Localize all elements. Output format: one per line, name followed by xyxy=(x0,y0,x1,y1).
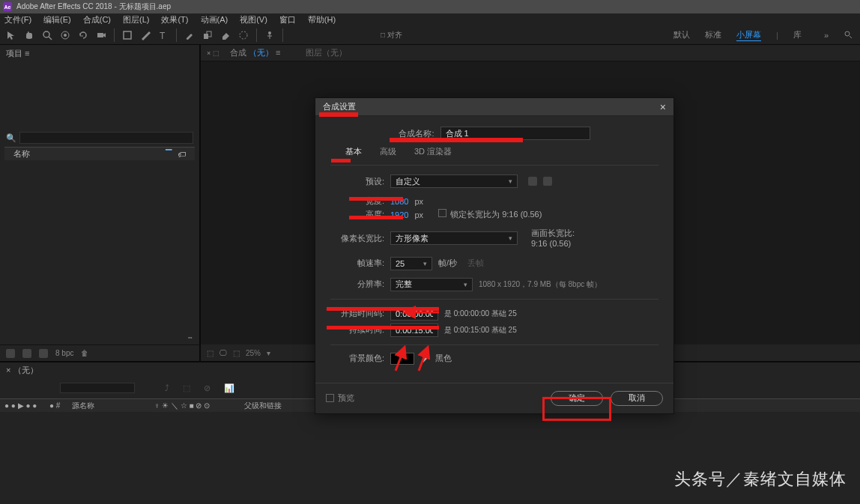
project-column-header[interactable]: 名称 ▔ 🏷 xyxy=(4,147,195,160)
menu-file[interactable]: 文件(F) xyxy=(4,14,31,25)
duration-input[interactable] xyxy=(390,324,438,337)
bg-color-swatch[interactable] xyxy=(390,353,414,365)
roto-tool-icon[interactable] xyxy=(238,30,249,40)
svg-line-14 xyxy=(850,36,852,38)
panel-menu-icon[interactable]: ┅ xyxy=(188,334,192,341)
workspace-default[interactable]: 默认 xyxy=(673,29,690,40)
zoom-tool-icon[interactable] xyxy=(42,30,52,40)
interpret-footage-icon[interactable] xyxy=(6,349,15,358)
shy-icon[interactable]: ⤴ xyxy=(165,383,169,393)
menubar: 文件(F) 编辑(E) 合成(C) 图层(L) 效果(T) 动画(A) 视图(V… xyxy=(0,13,860,25)
new-folder-icon[interactable] xyxy=(22,349,31,358)
ok-button[interactable]: 确定 xyxy=(551,391,603,406)
svg-point-9 xyxy=(240,31,247,39)
height-label: 高度: xyxy=(330,209,384,220)
project-panel: 项目 ≡ 🔍 名称 ▔ 🏷 ┅ xyxy=(0,45,201,344)
frame-blend-icon[interactable]: ⬚ xyxy=(183,383,190,393)
duration-info: 是 0:00:15:00 基础 25 xyxy=(444,325,517,336)
shape-tool-icon[interactable] xyxy=(122,30,133,40)
workspace-standard[interactable]: 标准 xyxy=(705,29,721,40)
type-tool-icon[interactable]: T xyxy=(158,30,169,40)
workspace-small-screen[interactable]: 小屏幕 xyxy=(736,29,761,41)
camera-tool-icon[interactable] xyxy=(96,30,106,40)
watermark: 头条号／秦绪文自媒体 xyxy=(674,468,847,491)
project-search-input[interactable] xyxy=(19,132,193,144)
workspace-libraries[interactable]: 库 xyxy=(793,29,802,40)
tab-basic[interactable]: 基本 xyxy=(345,146,362,157)
frame-aspect-value: 9:16 (0.56) xyxy=(531,238,575,249)
timeline-tab-close-icon[interactable]: × xyxy=(6,365,10,374)
preset-dropdown[interactable]: 自定义 xyxy=(390,174,518,188)
tl-col-parent[interactable]: 父级和链接 xyxy=(240,401,286,411)
resolution-info: 1080 x 1920，7.9 MB（每 8bpc 帧） xyxy=(479,279,602,290)
lock-aspect-checkbox[interactable] xyxy=(438,209,446,217)
menu-help[interactable]: 帮助(H) xyxy=(308,14,336,25)
graph-editor-icon[interactable]: 📊 xyxy=(224,383,234,393)
pixel-aspect-label: 像素长宽比: xyxy=(330,233,384,244)
puppet-tool-icon[interactable] xyxy=(264,30,275,40)
fps-dropdown[interactable]: 25 xyxy=(390,257,432,270)
height-input[interactable]: 1920 xyxy=(390,210,408,219)
tab-advanced[interactable]: 高级 xyxy=(380,146,396,157)
tl-col-tag: ● # xyxy=(45,401,67,410)
delete-preset-icon[interactable] xyxy=(543,177,552,186)
save-preset-icon[interactable] xyxy=(528,177,537,186)
col-name-label: 名称 xyxy=(13,148,30,160)
svg-point-13 xyxy=(845,31,850,36)
layer-tab[interactable]: 图层（无） xyxy=(306,47,347,58)
comp-tab-name[interactable]: （无） xyxy=(249,48,273,57)
duration-label: 持续时间: xyxy=(330,324,384,336)
selection-tool-icon[interactable] xyxy=(6,30,16,40)
menu-animation[interactable]: 动画(A) xyxy=(201,14,228,25)
comp-name-label: 合成名称: xyxy=(399,128,434,139)
menu-effect[interactable]: 效果(T) xyxy=(161,14,188,25)
comp-name-input[interactable] xyxy=(440,127,590,140)
tl-col-source[interactable]: 源名称 xyxy=(67,401,150,411)
tag-icon[interactable]: 🏷 xyxy=(178,150,186,159)
preview-checkbox[interactable] xyxy=(326,394,334,402)
project-panel-title[interactable]: 项目 ≡ xyxy=(6,48,29,59)
rotate-tool-icon[interactable] xyxy=(78,30,88,40)
menu-composition[interactable]: 合成(C) xyxy=(83,14,111,25)
resolution-dropdown[interactable]: 完整 xyxy=(390,278,473,291)
timeline-tab-name[interactable]: （无） xyxy=(13,365,38,376)
start-timecode-info: 是 0:00:00:00 基础 25 xyxy=(444,309,517,319)
clone-tool-icon[interactable] xyxy=(202,30,213,40)
brush-tool-icon[interactable] xyxy=(184,30,195,40)
start-timecode-input[interactable] xyxy=(390,307,438,321)
tl-col-modes: ♀ ☀ ＼ ☆ ■ ⊘ ⊙ xyxy=(150,401,240,411)
eraser-tool-icon[interactable] xyxy=(220,30,231,40)
resolution-label: 分辨率: xyxy=(330,279,384,290)
sort-indicator-icon[interactable]: ▔ xyxy=(166,149,172,159)
orbit-tool-icon[interactable] xyxy=(60,30,70,40)
workspace-switcher: 默认 标准 小屏幕 | 库 » xyxy=(673,29,853,41)
svg-point-3 xyxy=(64,34,67,37)
trash-icon[interactable]: 🗑 xyxy=(81,349,88,357)
menu-window[interactable]: 窗口 xyxy=(279,14,296,25)
close-icon[interactable]: × xyxy=(660,101,666,113)
snap-toggle[interactable]: □ 对齐 xyxy=(381,30,402,40)
search-icon[interactable] xyxy=(844,30,853,40)
motion-blur-icon[interactable]: ⊘ xyxy=(204,383,211,393)
eyedropper-icon[interactable] xyxy=(420,353,429,364)
bpc-button[interactable]: 8 bpc xyxy=(55,349,73,357)
bg-color-name: 黑色 xyxy=(435,353,452,364)
svg-point-0 xyxy=(43,31,49,37)
menu-edit[interactable]: 编辑(E) xyxy=(43,14,71,25)
tab-3d-renderer[interactable]: 3D 渲染器 xyxy=(414,146,452,157)
timeline-search-input[interactable] xyxy=(60,383,135,393)
menu-view[interactable]: 视图(V) xyxy=(240,14,267,25)
pen-tool-icon[interactable] xyxy=(140,30,151,40)
cancel-button[interactable]: 取消 xyxy=(611,391,663,406)
search-icon[interactable]: » xyxy=(824,31,829,40)
pixel-aspect-dropdown[interactable]: 方形像素 xyxy=(390,231,518,245)
composition-settings-dialog: 合成设置 × 合成名称: 基本 高级 3D 渲染器 预设: 自定义 宽度: 10… xyxy=(315,97,674,414)
menu-layer[interactable]: 图层(L) xyxy=(123,14,149,25)
svg-rect-5 xyxy=(124,31,131,39)
width-input[interactable]: 1080 xyxy=(390,197,408,206)
comp-tab-prefix[interactable]: 合成 xyxy=(230,48,246,57)
zoom-dropdown[interactable]: 25% xyxy=(246,349,261,357)
svg-rect-4 xyxy=(97,33,103,37)
hand-tool-icon[interactable] xyxy=(24,30,34,40)
new-comp-icon[interactable] xyxy=(39,349,48,358)
